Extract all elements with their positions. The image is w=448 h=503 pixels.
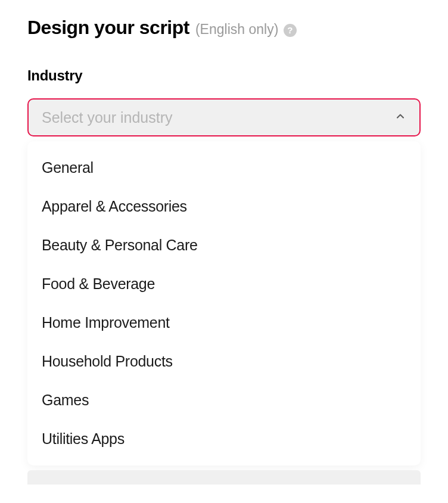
chevron-up-icon: [394, 110, 406, 125]
industry-dropdown: General Apparel & Accessories Beauty & P…: [27, 141, 421, 465]
industry-option-games[interactable]: Games: [27, 381, 421, 420]
industry-option-general[interactable]: General: [27, 148, 421, 187]
footer-strip: [27, 470, 421, 485]
page-header: Design your script (English only) ?: [27, 17, 421, 39]
industry-placeholder: Select your industry: [42, 109, 173, 126]
industry-option-household[interactable]: Household Products: [27, 342, 421, 381]
help-icon[interactable]: ?: [284, 24, 297, 37]
industry-option-apparel[interactable]: Apparel & Accessories: [27, 187, 421, 226]
industry-label: Industry: [27, 67, 421, 84]
industry-option-food[interactable]: Food & Beverage: [27, 265, 421, 303]
page-title: Design your script: [27, 17, 189, 39]
industry-select[interactable]: Select your industry: [27, 98, 421, 136]
industry-option-beauty[interactable]: Beauty & Personal Care: [27, 226, 421, 265]
industry-option-utilities[interactable]: Utilities Apps: [27, 420, 421, 458]
industry-option-home[interactable]: Home Improvement: [27, 303, 421, 342]
page-subtitle: (English only): [195, 21, 278, 37]
subtitle-wrap: (English only) ?: [195, 21, 297, 38]
